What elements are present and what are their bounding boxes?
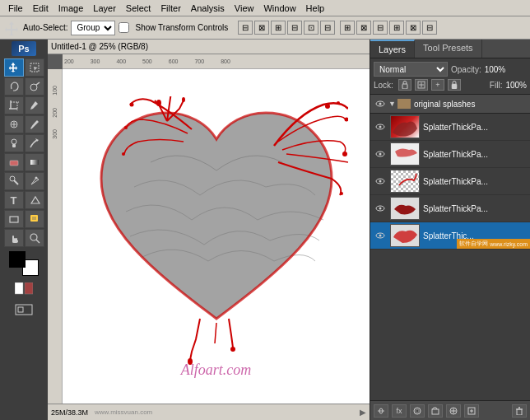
distribute5-btn[interactable]: ⊠ [406,21,421,35]
path-selection-tool[interactable] [25,191,44,209]
hand-tool[interactable] [4,229,24,247]
menu-select[interactable]: Select [121,2,156,15]
svg-rect-15 [10,161,18,166]
layer-3-visibility[interactable] [374,175,387,188]
menu-edit[interactable]: Edit [28,2,53,15]
distribute3-btn[interactable]: ⊟ [373,21,388,35]
layer-group-header[interactable]: ▼ original splashes [370,95,530,114]
screen-mode-btn[interactable] [3,301,44,319]
distribute4-btn[interactable]: ⊞ [389,21,404,35]
menu-file[interactable]: File [3,2,28,15]
align-left-btn[interactable]: ⊟ [238,21,253,35]
play-btn[interactable]: ▶ [360,408,366,417]
quick-mask-btn[interactable] [3,280,44,298]
pen-tool[interactable] [25,172,44,190]
layer-item[interactable]: SplatterThickPa... [370,141,530,168]
type-tool[interactable]: T [4,191,24,209]
fill-label: Fill: [490,81,503,90]
eyedropper-tool[interactable] [25,96,44,114]
lock-position-btn[interactable]: + [431,79,444,91]
layer-item[interactable]: SplatterThickPa... [370,114,530,141]
dodge-tool[interactable] [4,172,24,190]
selection-tool[interactable] [25,58,44,77]
status-bar: 25M/38.3M www.missvuan.com ▶ [48,404,370,420]
move-tool[interactable] [4,58,24,77]
tab-layers[interactable]: Layers [370,40,415,58]
canvas-tab[interactable]: Untitled-1 @ 25% (RGB/8) [48,40,370,54]
new-group-btn[interactable] [428,404,443,418]
history-brush-tool[interactable] [25,134,44,152]
menu-layer[interactable]: Layer [88,2,121,15]
menu-analysis[interactable]: Analysis [186,2,230,15]
new-layer-btn[interactable] [464,404,479,418]
svg-point-24 [30,234,37,240]
align-middle-btn[interactable]: ⊡ [304,21,318,35]
svg-point-51 [379,126,382,128]
distribute6-btn[interactable]: ⊟ [422,21,437,35]
lock-image-btn[interactable] [415,79,428,91]
eraser-tool[interactable] [4,153,24,171]
lock-transparent-btn[interactable] [398,79,411,91]
layer-item[interactable]: SplatterThic... 软件自学网 www.rizky.com [370,222,530,250]
layer-1-visibility[interactable] [374,120,387,133]
watermark-box: 软件自学网 www.rizky.com [457,239,530,249]
group-expand-arrow[interactable]: ▼ [388,100,396,108]
transform-checkbox[interactable] [119,22,129,33]
menu-help[interactable]: Help [301,2,330,15]
svg-rect-16 [30,160,39,165]
align-bottom-btn[interactable]: ⊟ [320,21,335,35]
svg-marker-0 [5,21,18,35]
distribute-btn[interactable]: ⊞ [340,21,355,35]
spot-heal-tool[interactable] [4,115,24,133]
canvas-image[interactable]: Alfoart.com [63,69,370,404]
new-adjustment-btn[interactable] [446,404,461,418]
lasso-tool[interactable] [4,77,24,96]
align-right-btn[interactable]: ⊞ [271,21,286,35]
svg-point-36 [342,152,347,156]
quick-selection-tool[interactable] [25,77,44,96]
main-layout: Ps [0,40,530,420]
distribute2-btn[interactable]: ⊠ [356,21,371,35]
layer-2-name: SplatterThickPa... [423,150,527,159]
menu-view[interactable]: View [230,2,259,15]
align-top-btn[interactable]: ⊟ [287,21,302,35]
zoom-tool[interactable] [25,229,44,247]
lock-all-btn[interactable] [448,79,461,91]
layer-item[interactable]: SplatterThickPa... [370,168,530,195]
layer-1-thumb [390,115,420,138]
align-center-btn[interactable]: ⊠ [254,21,269,35]
tab-tool-presets[interactable]: Tool Presets [415,40,482,58]
autoselect-select[interactable]: Group Layer [71,21,115,35]
group-name: original splashes [414,100,527,109]
canvas-content: Alfoart.com [63,69,370,404]
brush-tool[interactable] [25,115,44,133]
canvas-area[interactable]: 200 300 400 500 600 700 800 100 200 300 [48,54,370,420]
notes-tool[interactable] [25,210,44,228]
link-layers-btn[interactable] [374,404,388,418]
crop-tool[interactable] [4,96,24,114]
panel-bottom-controls: fx [370,400,530,420]
layer-2-visibility[interactable] [374,147,387,161]
rectangle-tool[interactable] [4,210,24,228]
layer-item[interactable]: SplatterThickPa... [370,195,530,222]
group-visibility-btn[interactable] [374,97,387,110]
menu-window[interactable]: Window [258,2,300,15]
menu-image[interactable]: Image [53,2,89,15]
add-style-btn[interactable]: fx [392,404,407,418]
foreground-color-swatch[interactable] [9,251,26,268]
svg-point-62 [416,409,419,413]
svg-point-59 [379,235,382,237]
delete-layer-btn[interactable] [512,404,527,418]
ps-logo: Ps [12,41,36,56]
clone-stamp-tool[interactable] [4,134,24,152]
panel-tabs: Layers Tool Presets [370,40,530,58]
layer-4-visibility[interactable] [374,202,387,215]
layer-5-thumb [390,224,420,247]
layer-3-thumb [390,170,420,193]
layer-5-visibility[interactable] [374,229,387,242]
menu-filter[interactable]: Filter [156,2,185,15]
move-tool-icon[interactable] [3,20,20,36]
add-mask-btn[interactable] [410,404,425,418]
gradient-tool[interactable] [25,153,44,171]
blend-mode-select[interactable]: Normal Multiply Screen [374,62,448,77]
